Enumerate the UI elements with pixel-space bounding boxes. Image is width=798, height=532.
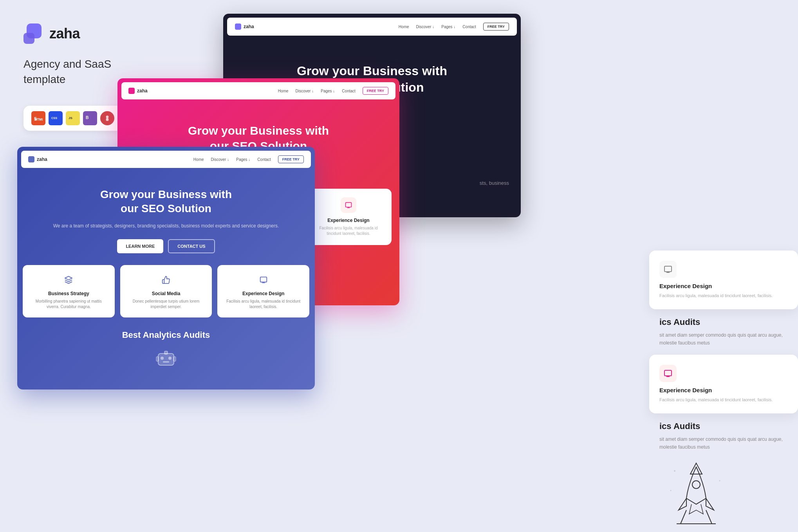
pink-card-logo: zaha <box>128 88 148 94</box>
css-badge: CSS <box>49 111 63 125</box>
blue-feature-icon-1 <box>61 273 76 287</box>
right-feature-desc-top: Facilisis arcu ligula, malesuada id tinc… <box>659 292 788 299</box>
svg-text:JS: JS <box>69 117 72 120</box>
svg-rect-20 <box>173 357 176 361</box>
blue-card-navbar: zaha Home Discover ↓ Pages ↓ Contact FRE… <box>21 151 311 168</box>
svg-line-29 <box>706 510 712 524</box>
blue-feature-desc-3: Facilisis arcu ligula, malesuada id tinc… <box>225 299 302 310</box>
dark-card-navbar: zaha Home Discover ↓ Pages ↓ Contact FRE… <box>227 18 517 36</box>
svg-rect-18 <box>164 351 168 354</box>
pink-card-cta[interactable]: FREE TRY <box>363 87 388 95</box>
analytics-audits-right: ics Audits sit amet diam semper commodo … <box>649 317 798 347</box>
blue-feature-card-2: Social Media Donec pellentesque turpis u… <box>120 265 212 317</box>
svg-point-33 <box>670 490 672 491</box>
dark-card-logo: zaha <box>235 23 254 30</box>
analytics-audits-right-2: ics Audits sit amet diam semper commodo … <box>649 421 798 451</box>
pink-feature-icon <box>341 197 356 213</box>
right-feature-icon-mid <box>659 365 677 382</box>
right-feature-title-top: Experience Design <box>659 283 788 289</box>
blue-feature-desc-2: Donec pellentesque turpis utium lorem im… <box>128 299 204 310</box>
dark-card-corner: sts, business <box>480 180 509 186</box>
svg-rect-19 <box>156 357 159 361</box>
blue-card-hero-buttons: LEARN MORE CONTACT US <box>41 239 291 253</box>
blue-card-hero-section: Grow your Business with our SEO Solution… <box>17 172 315 253</box>
brand-name: zaha <box>49 25 80 42</box>
blue-card-cta[interactable]: FREE TRY <box>278 155 304 163</box>
right-feature-panel: Experience Design Facilisis arcu ligula,… <box>649 125 798 531</box>
blue-feature-title-2: Social Media <box>128 291 204 296</box>
svg-rect-8 <box>346 202 352 207</box>
blue-card-hero-text: Grow your Business with our SEO Solution <box>41 188 291 216</box>
svg-rect-11 <box>260 277 267 282</box>
dark-card-cta[interactable]: FREE TRY <box>483 23 509 31</box>
svg-point-31 <box>674 470 675 472</box>
svg-point-27 <box>692 481 700 489</box>
blue-card-nav-links: Home Discover ↓ Pages ↓ Contact FREE TRY <box>193 155 304 163</box>
pink-feature-desc: Facilisis arcu ligula, malesuada id tinc… <box>314 225 383 236</box>
pink-card-nav-links: Home Discover ↓ Pages ↓ Contact FREE TRY <box>278 87 388 95</box>
blue-card: zaha Home Discover ↓ Pages ↓ Contact FRE… <box>17 147 315 390</box>
blue-feature-card-1: Business Strategy Morbilling pharetra sa… <box>23 265 115 317</box>
blue-card-illustration <box>17 346 315 369</box>
right-feature-icon-top <box>659 261 677 278</box>
bootstrap-badge: B <box>83 111 97 125</box>
svg-point-32 <box>719 480 720 481</box>
pink-feature-title: Experience Design <box>314 218 383 223</box>
svg-line-28 <box>681 510 686 524</box>
svg-rect-21 <box>664 266 672 272</box>
blue-card-analytics: Best Analytics Audits <box>17 330 315 340</box>
blue-feature-desc-1: Morbilling pharetra sapiening ut mattis … <box>31 299 107 310</box>
gulp-badge <box>100 111 114 125</box>
logo-icon <box>23 23 44 44</box>
svg-rect-17 <box>163 361 169 362</box>
contact-us-button[interactable]: CONTACT US <box>168 239 215 253</box>
svg-text:CSS: CSS <box>51 117 57 120</box>
right-feature-desc-mid: Facilisis arcu ligula, malesuada id tinc… <box>659 397 788 403</box>
analytics-title-2: ics Audits <box>659 421 794 431</box>
pink-card-navbar: zaha Home Discover ↓ Pages ↓ Contact FRE… <box>121 82 395 99</box>
right-feature-card-mid: Experience Design Facilisis arcu ligula,… <box>649 355 798 413</box>
blue-feature-card-3: Experience Design Facilisis arcu ligula,… <box>217 265 309 317</box>
brand-logo: zaha <box>23 23 149 44</box>
svg-rect-24 <box>664 370 672 376</box>
blue-card-features: Business Strategy Morbilling pharetra sa… <box>17 265 315 317</box>
blue-feature-icon-3 <box>256 273 271 287</box>
blue-feature-title-3: Experience Design <box>225 291 302 296</box>
svg-point-16 <box>168 357 172 360</box>
blue-feature-icon-2 <box>159 273 173 287</box>
blue-card-logo: zaha <box>28 156 47 162</box>
dark-card-nav-links: Home Discover ↓ Pages ↓ Contact FREE TRY <box>399 23 509 31</box>
html-badge: 5HTML <box>31 111 45 125</box>
svg-text:B: B <box>86 116 88 120</box>
analytics-body-2: sit amet diam semper commodo quis quis q… <box>659 435 794 451</box>
right-feature-title-mid: Experience Design <box>659 387 788 393</box>
learn-more-button[interactable]: LEARN MORE <box>117 239 163 253</box>
svg-rect-14 <box>158 353 174 365</box>
svg-point-5 <box>106 116 109 119</box>
right-feature-card-top: Experience Design Facilisis arcu ligula,… <box>649 251 798 309</box>
blue-card-hero-sub: We are a team of strategists, designers,… <box>41 222 291 230</box>
rocket-illustration <box>649 451 798 531</box>
analytics-title-1: ics Audits <box>659 317 794 327</box>
blue-feature-title-1: Business Strategy <box>31 291 107 296</box>
js-badge: JS <box>66 111 80 125</box>
analytics-body-1: sit amet diam semper commodo quis quis q… <box>659 331 794 347</box>
svg-text:HTML: HTML <box>35 118 43 121</box>
svg-point-15 <box>161 357 164 360</box>
pink-feature-card: Experience Design Facilisis arcu ligula,… <box>305 189 392 245</box>
svg-rect-6 <box>106 118 109 121</box>
